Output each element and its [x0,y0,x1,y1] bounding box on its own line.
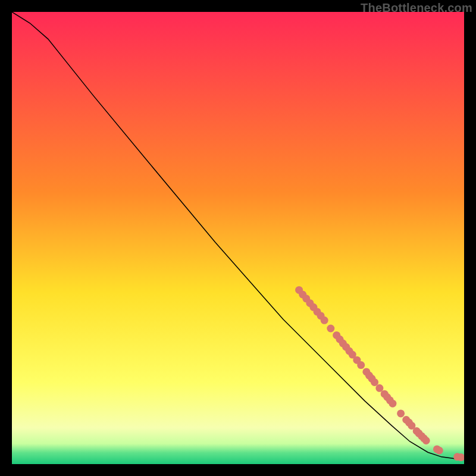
data-marker [436,447,443,455]
data-marker [375,384,383,392]
data-marker [422,437,430,444]
gradient-background [12,12,464,464]
plot-area [12,12,464,464]
data-marker [389,400,396,408]
watermark-text: TheBottleneck.com [361,1,472,15]
data-marker [371,378,378,386]
data-marker [357,361,365,369]
data-marker [327,325,334,333]
data-marker [397,409,405,417]
data-marker [321,317,328,324]
chart-svg [12,12,464,464]
chart-stage: TheBottleneck.com [0,0,476,476]
